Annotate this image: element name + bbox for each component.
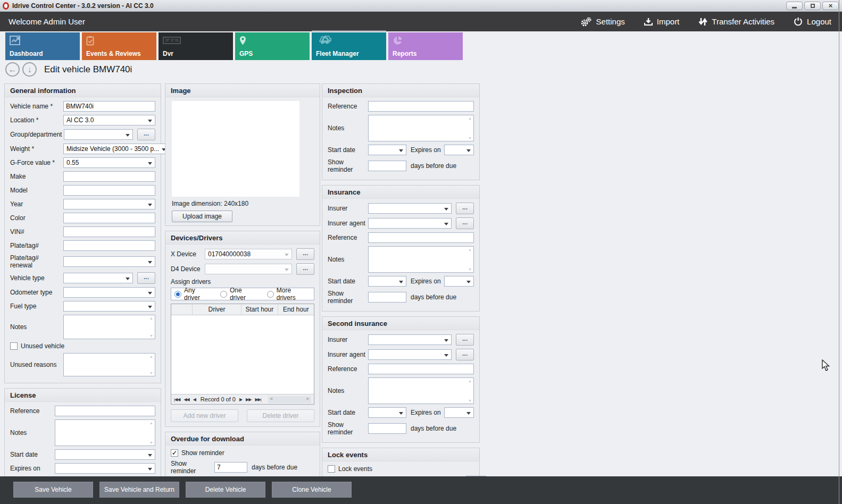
- lock-events-checkbox[interactable]: [328, 465, 335, 473]
- tab-reports[interactable]: Reports: [388, 32, 463, 60]
- second-insurance-notes-textarea[interactable]: ▲▼: [368, 377, 474, 404]
- license-expires-on-select[interactable]: [55, 463, 155, 474]
- group-department-browse-button[interactable]: ...: [137, 129, 155, 140]
- scroll-up-icon: ▲: [149, 316, 153, 320]
- vehicle-type-browse-button[interactable]: ...: [137, 272, 155, 284]
- inspection-reminder-days-input[interactable]: [368, 161, 406, 171]
- radio-any-driver[interactable]: Any driver: [174, 287, 212, 301]
- unused-reasons-textarea[interactable]: ▲▼: [63, 353, 155, 376]
- second-insurance-expires-on-select[interactable]: [444, 407, 474, 418]
- maximize-button[interactable]: [804, 2, 821, 10]
- add-new-driver-button[interactable]: Add new driver: [171, 409, 238, 422]
- overdue-reminder-days-input[interactable]: [214, 462, 247, 473]
- second-insurer-agent-select[interactable]: [368, 349, 452, 360]
- vin-input[interactable]: [63, 226, 155, 237]
- minimize-icon: [792, 7, 797, 9]
- column-header-driver[interactable]: Driver: [193, 304, 241, 315]
- back-button[interactable]: ←: [5, 62, 20, 77]
- notes-textarea[interactable]: ▲▼: [63, 315, 155, 339]
- tab-dvr[interactable]: Dvr: [159, 32, 233, 60]
- radio-one-driver[interactable]: One driver: [220, 287, 259, 301]
- radio-label: Any driver: [184, 287, 212, 301]
- field-label: Insurer: [328, 205, 368, 212]
- second-insurance-reference-input[interactable]: [368, 364, 474, 374]
- weight-select[interactable]: Midsize Vehicle (3000 - 3500 p...: [63, 144, 169, 154]
- odometer-type-select[interactable]: [63, 287, 155, 298]
- settings-button[interactable]: Settings: [580, 17, 625, 27]
- license-notes-textarea[interactable]: ▲▼: [55, 419, 155, 446]
- inspection-reference-input[interactable]: [368, 101, 474, 112]
- transfer-activities-button[interactable]: Transfer Activities: [698, 17, 774, 27]
- column-header-start-hour[interactable]: Start hour: [241, 304, 278, 315]
- insurance-reference-input[interactable]: [368, 232, 474, 243]
- insurance-start-date-select[interactable]: [368, 276, 406, 287]
- inspection-expires-on-select[interactable]: [444, 145, 474, 155]
- save-vehicle-button[interactable]: Save Vehicle: [13, 482, 93, 498]
- color-input[interactable]: [63, 213, 155, 223]
- group-department-select[interactable]: [64, 129, 133, 140]
- next-page-icon[interactable]: ▶▶: [246, 397, 251, 402]
- logout-button[interactable]: Logout: [794, 17, 831, 26]
- assign-drivers-label: Assign drivers: [171, 278, 211, 285]
- app-header: Welcome Admin User Settings Import Trans…: [0, 12, 842, 31]
- location-select[interactable]: Al CC 3.0: [63, 115, 155, 125]
- tab-fleet-manager[interactable]: Fleet Manager: [312, 32, 386, 60]
- vehicle-name-input[interactable]: [63, 101, 155, 112]
- second-insurance-reminder-days-input[interactable]: [368, 423, 406, 434]
- plate-tag-input[interactable]: [63, 240, 155, 251]
- column-header-end-hour[interactable]: End hour: [278, 304, 314, 315]
- insurance-notes-textarea[interactable]: ▲▼: [368, 246, 474, 273]
- show-reminder-checkbox[interactable]: [171, 449, 178, 457]
- import-button[interactable]: Import: [644, 17, 680, 26]
- vehicle-type-select[interactable]: [63, 273, 133, 283]
- prev-record-icon[interactable]: ◀: [193, 397, 196, 402]
- radio-more-drivers[interactable]: More drivers: [267, 287, 311, 301]
- insurer-agent-browse-button[interactable]: ...: [456, 217, 474, 229]
- insurance-expires-on-select[interactable]: [444, 276, 474, 287]
- upload-image-button[interactable]: Upload image: [172, 211, 232, 222]
- insurer-agent-select[interactable]: [368, 218, 452, 229]
- plate-renewal-select[interactable]: [63, 256, 155, 267]
- tab-dashboard[interactable]: Dashboard: [5, 32, 80, 60]
- tab-events-reviews[interactable]: Events & Reviews: [82, 32, 156, 60]
- inspection-notes-textarea[interactable]: ▲▼: [368, 115, 474, 141]
- model-input[interactable]: [63, 185, 155, 196]
- field-label: Start date: [328, 409, 368, 416]
- prev-page-icon[interactable]: ◀◀: [184, 397, 189, 402]
- make-input[interactable]: [63, 171, 155, 182]
- year-select[interactable]: [63, 199, 155, 209]
- second-insurer-agent-browse-button[interactable]: ...: [456, 349, 474, 360]
- clone-vehicle-button[interactable]: Clone Vehicle: [272, 482, 352, 498]
- pie-chart-icon: [393, 36, 403, 47]
- second-insurance-start-date-select[interactable]: [368, 407, 406, 418]
- first-record-icon[interactable]: |◀◀: [174, 397, 180, 402]
- license-reference-input[interactable]: [55, 406, 155, 416]
- close-button[interactable]: [822, 2, 839, 10]
- second-insurance-group: Second insurance Insurer ... Insurer age…: [322, 316, 480, 443]
- insurer-select[interactable]: [368, 203, 452, 214]
- minimize-button[interactable]: [786, 2, 803, 10]
- scroll-down-button[interactable]: ↓: [22, 62, 37, 77]
- inspection-start-date-select[interactable]: [368, 145, 406, 155]
- fuel-type-select[interactable]: [63, 301, 155, 312]
- horizontal-scrollbar[interactable]: ◀▶: [268, 396, 311, 403]
- save-vehicle-and-return-button[interactable]: Save Vehicle and Return: [99, 482, 179, 498]
- d4-device-browse-button[interactable]: ...: [296, 263, 314, 275]
- license-start-date-select[interactable]: [55, 449, 155, 460]
- insurer-browse-button[interactable]: ...: [456, 203, 474, 214]
- unused-vehicle-checkbox[interactable]: [10, 342, 18, 350]
- d4-device-select[interactable]: [205, 264, 292, 274]
- last-record-icon[interactable]: ▶▶|: [255, 397, 261, 402]
- tab-gps[interactable]: GPS: [235, 32, 310, 60]
- second-insurer-browse-button[interactable]: ...: [456, 334, 474, 346]
- next-record-icon[interactable]: ▶: [239, 397, 242, 402]
- x-device-browse-button[interactable]: ...: [296, 248, 314, 260]
- delete-vehicle-button[interactable]: Delete Vehicle: [186, 482, 265, 498]
- gforce-select[interactable]: 0.55: [63, 157, 155, 168]
- insurance-reminder-days-input[interactable]: [368, 292, 406, 303]
- field-label: Insurer agent: [328, 220, 368, 227]
- delete-driver-button[interactable]: Delete driver: [247, 409, 314, 422]
- x-device-select[interactable]: 017040000038: [205, 249, 292, 259]
- record-navigator: |◀◀ ◀◀ ◀ Record 0 of 0 ▶ ▶▶ ▶▶| ◀▶: [171, 394, 314, 404]
- second-insurer-select[interactable]: [368, 334, 452, 345]
